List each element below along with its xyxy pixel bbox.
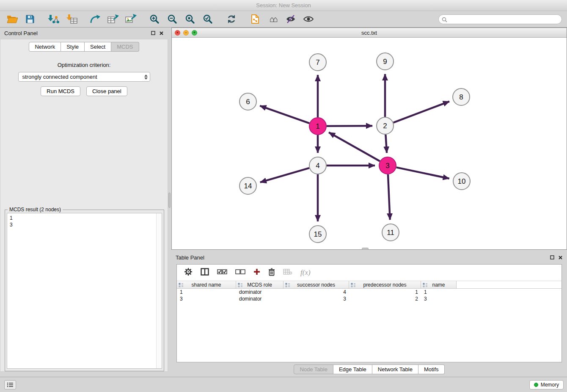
float-panel-icon[interactable] [151,31,155,35]
add-column-button[interactable] [253,268,260,277]
run-mcds-button[interactable]: Run MCDS [41,86,80,96]
memory-status-icon [534,383,538,387]
graphics-details-icon [286,14,296,24]
control-panel-body: NetworkStyleSelectMCDS Optimization crit… [0,39,168,372]
memory-button[interactable]: Memory [529,380,564,389]
node-label-1: 1 [316,122,319,130]
vertical-splitter-handle[interactable] [168,193,171,208]
zoom-in-button[interactable] [147,12,162,26]
zoom-out-button[interactable] [165,12,179,26]
maximize-window-button[interactable]: + [192,30,197,36]
import-table-button[interactable] [64,12,79,26]
table-row[interactable]: 3dominator323 [177,295,561,302]
annotation-icon [250,14,260,24]
home-button[interactable]: ⌂⌂ [266,12,280,26]
column-label: successor nodes [297,282,335,288]
column-header-MCDS-role[interactable]: MCDS role [236,281,284,288]
result-item[interactable]: 3 [10,221,153,228]
import-network-button[interactable] [47,12,61,26]
show-columns-button[interactable] [201,268,209,277]
edge-2-3[interactable] [385,135,387,153]
column-header-successor-nodes[interactable]: successor nodes [284,281,349,288]
tab-network-table[interactable]: Network Table [372,364,418,374]
table-cell: 3 [284,296,349,302]
annotation-button[interactable] [248,12,262,26]
tab-network[interactable]: Network [29,42,61,52]
columns-icon [201,268,209,276]
table-settings-button[interactable] [184,268,193,278]
result-item[interactable]: 1 [10,215,153,221]
network-canvas[interactable]: 7968124314101511 [172,38,567,249]
close-window-button[interactable]: × [175,30,180,36]
deselect-all-columns-button[interactable] [235,268,245,277]
tab-motifs[interactable]: Motifs [418,364,445,374]
edge-2-8[interactable] [394,102,449,123]
close-panel-icon[interactable] [159,31,164,36]
column-header-predecessor-nodes[interactable]: predecessor nodes [349,281,421,288]
column-header-name[interactable]: name [421,281,457,288]
horizontal-splitter-handle[interactable] [362,248,369,250]
zoom-fit-button[interactable] [183,12,197,26]
search-input[interactable] [438,14,562,24]
close-panel-button[interactable]: Close panel [86,86,127,96]
delete-column-button[interactable] [268,268,275,278]
zoom-selected-button[interactable] [201,12,215,26]
task-history-button[interactable] [4,380,16,389]
table-toolbar: f(x) [177,265,561,281]
table-panel-box: f(x) shared nameMCDS rolesuccessor nodes… [176,264,562,362]
edge-3-10[interactable] [396,167,449,178]
zoom-in-icon [149,14,160,24]
function-builder-button[interactable]: f(x) [300,268,311,277]
node-label-7: 7 [316,58,319,66]
edge-3-1[interactable] [329,133,380,161]
control-panel-header: Control Panel [0,27,168,39]
deselect-all-icon [235,268,245,275]
export-network-button[interactable] [88,12,102,26]
edges-layer [260,74,449,221]
toolbar-search [438,14,562,24]
network-graph[interactable]: 7968124314101511 [172,38,567,249]
tab-style[interactable]: Style [61,42,85,52]
table-cell: 3 [177,296,236,302]
gear-icon [184,268,193,276]
result-scrollbar[interactable] [156,213,162,368]
column-sort-icon [179,283,183,289]
open-folder-icon [6,14,18,24]
graphics-details-button[interactable] [284,12,298,26]
tab-node-table[interactable]: Node Table [294,364,333,374]
edge-4-14[interactable] [260,168,309,182]
optimization-label: Optimization criterion: [0,62,168,68]
criterion-value: strongly connected component [22,74,97,80]
criterion-dropdown[interactable]: strongly connected component [18,72,150,82]
node-label-15: 15 [314,230,322,238]
select-all-columns-button[interactable] [217,268,227,277]
edge-3-11[interactable] [388,174,390,220]
show-hide-button[interactable] [301,12,316,26]
open-session-button[interactable] [5,12,19,26]
node-label-10: 10 [458,177,466,185]
table-cell: dominator [236,296,284,302]
export-table-button[interactable] [106,12,120,26]
minimize-window-button[interactable]: − [183,30,189,36]
network-window: × − + scc.txt 7968124314101511 [171,28,567,250]
tab-edge-table[interactable]: Edge Table [333,364,372,374]
trash-icon [268,268,275,276]
search-icon [442,17,447,24]
save-session-button[interactable] [23,12,37,26]
table-row[interactable]: 1dominator411 [177,289,561,295]
close-table-panel-icon[interactable] [558,255,563,260]
zoom-out-icon [167,14,177,24]
export-image-button[interactable] [124,12,138,26]
tab-select[interactable]: Select [85,42,111,52]
column-header-shared-name[interactable]: shared name [177,281,236,288]
tab-mcds[interactable]: MCDS [111,42,139,52]
import-network-icon [48,14,60,24]
refresh-button[interactable] [224,12,239,26]
delete-table-icon [283,268,292,275]
import-table-icon [66,14,77,24]
edge-1-2[interactable] [327,126,372,126]
column-sort-icon [423,283,427,289]
mcds-result-list: 13 [7,213,156,368]
float-table-panel-icon[interactable] [550,255,554,259]
edge-1-6[interactable] [260,106,309,123]
